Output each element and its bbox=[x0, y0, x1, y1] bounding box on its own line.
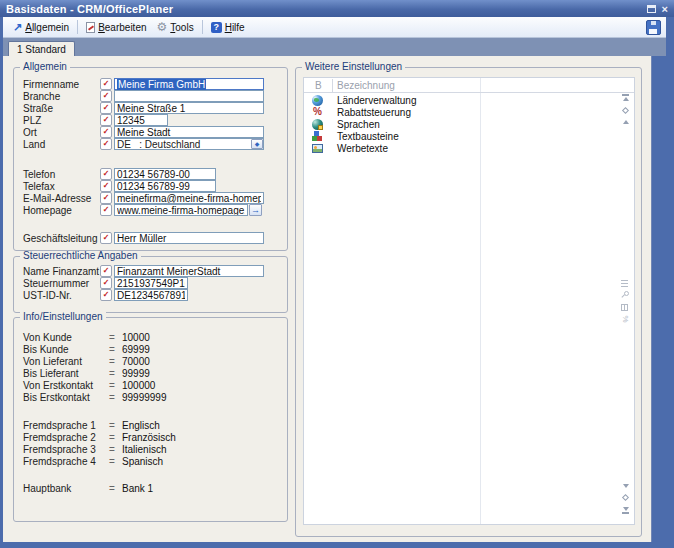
edit-icon[interactable] bbox=[100, 265, 112, 277]
edit-icon[interactable] bbox=[100, 114, 112, 126]
edit-icon[interactable] bbox=[100, 102, 112, 114]
side-toolbar bbox=[620, 280, 629, 323]
equals-sign: = bbox=[108, 332, 116, 343]
magnifier-icon[interactable] bbox=[620, 291, 629, 300]
menu-item-hilfe[interactable]: Hilfe bbox=[206, 19, 250, 36]
field-row: Telefax bbox=[23, 180, 287, 192]
equals-sign: = bbox=[108, 456, 116, 467]
field-label: Homepage bbox=[23, 205, 100, 216]
strasse-input[interactable] bbox=[114, 102, 264, 114]
field-label: Straße bbox=[23, 103, 100, 114]
list-item-rabattsteuerung[interactable]: Rabattsteuerung bbox=[304, 106, 634, 118]
tabstrip: 1 Standard bbox=[3, 38, 666, 56]
list-item-sprachen[interactable]: Sprachen bbox=[304, 118, 634, 130]
field-row: Firmenname Meine Firma GmbH bbox=[23, 78, 287, 90]
group-caption: Info/Einstellungen bbox=[20, 312, 106, 322]
scroll-to-bottom-icon[interactable] bbox=[622, 507, 629, 514]
restore-icon[interactable] bbox=[647, 5, 656, 13]
scroll-up-icon[interactable] bbox=[623, 120, 629, 124]
arrow-up-right-icon bbox=[13, 22, 22, 33]
edit-icon[interactable] bbox=[100, 168, 112, 180]
telefon-input[interactable] bbox=[114, 168, 216, 180]
edit-icon[interactable] bbox=[100, 204, 112, 216]
dropdown-spinner-icon[interactable] bbox=[251, 139, 263, 149]
edit-icon[interactable] bbox=[100, 138, 112, 150]
field-label: Telefax bbox=[23, 181, 100, 192]
equals-sign: = bbox=[108, 380, 116, 391]
column-header-b[interactable]: B bbox=[315, 80, 332, 91]
right-splitter[interactable] bbox=[651, 56, 666, 542]
toolbar-separator bbox=[202, 20, 203, 34]
edit-icon[interactable] bbox=[100, 289, 112, 301]
plz-input[interactable] bbox=[114, 114, 168, 126]
firmenname-input[interactable]: Meine Firma GmbH bbox=[114, 78, 264, 90]
ustid-input[interactable] bbox=[114, 289, 188, 301]
percent-tool-icon[interactable] bbox=[621, 315, 629, 322]
scroll-to-top-icon[interactable] bbox=[622, 94, 629, 101]
field-label: PLZ bbox=[23, 115, 100, 126]
menu-item-tools[interactable]: Tools bbox=[152, 19, 199, 36]
tab-standard[interactable]: 1 Standard bbox=[8, 41, 75, 56]
header-separator bbox=[332, 79, 333, 92]
save-icon[interactable] bbox=[646, 20, 661, 35]
edit-icon[interactable] bbox=[100, 180, 112, 192]
panel-handle-icon[interactable] bbox=[621, 280, 628, 287]
edit-icon[interactable] bbox=[100, 126, 112, 138]
list-item-werbetexte[interactable]: Werbetexte bbox=[304, 142, 634, 154]
field-row: Homepage bbox=[23, 204, 287, 216]
homepage-input[interactable] bbox=[114, 204, 248, 216]
steuernummer-input[interactable] bbox=[114, 277, 188, 289]
ort-input[interactable] bbox=[114, 126, 264, 138]
equals-sign: = bbox=[108, 483, 116, 494]
toolbar-separator bbox=[77, 20, 78, 34]
info-value: 70000 bbox=[122, 356, 150, 367]
info-row: Fremdsprache 3=Italienisch bbox=[23, 443, 287, 455]
field-label: Geschäftsleitung bbox=[23, 233, 100, 244]
scroll-free-icon[interactable] bbox=[622, 107, 629, 114]
edit-icon[interactable] bbox=[100, 90, 112, 102]
finanzamt-input[interactable] bbox=[114, 265, 264, 277]
row-gap bbox=[14, 216, 287, 232]
menu-label: Allgemein bbox=[25, 22, 69, 33]
menu-item-allgemein[interactable]: Allgemein bbox=[8, 19, 74, 36]
field-label: Name Finanzamt bbox=[23, 266, 100, 277]
app-window: Basisdaten - CRM/OfficePlaner Allgemein … bbox=[0, 0, 674, 548]
group-caption: Steuerrechtliche Angaben bbox=[20, 251, 141, 261]
field-label: Ort bbox=[23, 127, 100, 138]
menu-item-bearbeiten[interactable]: Bearbeiten bbox=[81, 19, 151, 36]
window-buttons bbox=[647, 4, 668, 14]
edit-icon[interactable] bbox=[100, 78, 112, 90]
field-row: Branche bbox=[23, 90, 287, 102]
list-item-label: Textbausteine bbox=[337, 131, 399, 142]
geschaeftsleitung-input[interactable] bbox=[114, 232, 264, 244]
telefax-input[interactable] bbox=[114, 180, 216, 192]
list-item-textbausteine[interactable]: Textbausteine bbox=[304, 130, 634, 142]
edit-icon[interactable] bbox=[100, 277, 112, 289]
info-value: 10000 bbox=[122, 332, 150, 343]
menu-label: Hilfe bbox=[225, 22, 245, 33]
list-item-laenderverwaltung[interactable]: Länderverwaltung bbox=[304, 94, 634, 106]
equals-sign: = bbox=[108, 344, 116, 355]
edit-icon[interactable] bbox=[100, 192, 112, 204]
info-row: Fremdsprache 4=Spanisch bbox=[23, 455, 287, 467]
scroll-free-icon[interactable] bbox=[622, 494, 629, 501]
field-row: Geschäftsleitung bbox=[23, 232, 287, 244]
row-gap bbox=[14, 403, 287, 419]
group-allgemein: Allgemein Firmenname Meine Firma GmbH Br… bbox=[13, 67, 288, 251]
close-icon[interactable] bbox=[662, 4, 668, 14]
menubar: Allgemein Bearbeiten Tools Hilfe bbox=[3, 17, 666, 38]
settings-list: B Bezeichnung Länderverwaltung Rabattste… bbox=[303, 77, 635, 525]
column-header-bezeichnung[interactable]: Bezeichnung bbox=[337, 80, 395, 91]
branche-input[interactable] bbox=[114, 90, 264, 102]
land-dropdown[interactable]: DE : Deutschland bbox=[114, 138, 264, 150]
grid-icon[interactable] bbox=[621, 304, 628, 311]
list-item-label: Werbetexte bbox=[337, 143, 388, 154]
email-input[interactable] bbox=[114, 192, 264, 204]
info-value: Englisch bbox=[122, 420, 160, 431]
field-row: Land DE : Deutschland bbox=[23, 138, 287, 150]
equals-sign: = bbox=[108, 432, 116, 443]
scroll-down-icon[interactable] bbox=[623, 484, 629, 488]
edit-icon[interactable] bbox=[100, 232, 112, 244]
info-row: Bis Erstkontakt=99999999 bbox=[23, 391, 287, 403]
open-link-icon[interactable] bbox=[249, 204, 262, 216]
